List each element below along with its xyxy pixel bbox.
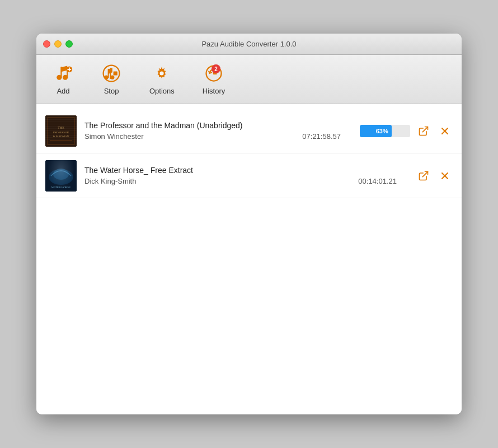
book-author-1: Simon Winchester bbox=[84, 132, 143, 141]
history-badge: 2 bbox=[212, 64, 220, 73]
book-title-2: The Water Horse_ Free Extract bbox=[84, 166, 408, 175]
progress-bar-1: 63% bbox=[360, 125, 392, 137]
svg-text:THE: THE bbox=[58, 126, 64, 129]
book-cover-2: WATER HORSE bbox=[45, 160, 77, 192]
stop-button[interactable]: Stop bbox=[96, 60, 127, 99]
window-title: Pazu Audible Converter 1.0.0 bbox=[201, 40, 296, 48]
history-button[interactable]: 2 History bbox=[197, 60, 231, 99]
svg-point-22 bbox=[49, 169, 73, 185]
book-duration-2: 00:14:01.21 bbox=[358, 177, 397, 185]
book-duration-1: 07:21:58.57 bbox=[302, 132, 341, 141]
options-label: Options bbox=[149, 87, 175, 95]
book-actions-1: 63% bbox=[360, 123, 453, 139]
open-folder-icon bbox=[418, 125, 429, 137]
book-title-1: The Professor and the Madman (Unabridged… bbox=[84, 121, 352, 130]
toolbar: Add Stop Options bbox=[36, 55, 462, 104]
app-window: Pazu Audible Converter 1.0.0 Add bbox=[36, 34, 462, 414]
svg-text:PROFESSOR: PROFESSOR bbox=[53, 131, 69, 134]
svg-rect-12 bbox=[45, 115, 77, 147]
book-info-1: The Professor and the Madman (Unabridged… bbox=[84, 121, 352, 141]
svg-point-1 bbox=[63, 75, 68, 80]
history-label: History bbox=[203, 87, 225, 95]
open-folder-icon-2 bbox=[418, 170, 429, 181]
svg-rect-21 bbox=[45, 160, 77, 192]
svg-point-6 bbox=[104, 76, 108, 80]
add-button[interactable]: Add bbox=[48, 60, 79, 99]
open-file-button-2[interactable] bbox=[416, 168, 431, 184]
remove-button-1[interactable] bbox=[437, 123, 453, 139]
book-meta-1: Simon Winchester 07:21:58.57 bbox=[84, 132, 352, 141]
svg-point-10 bbox=[160, 71, 164, 75]
svg-point-0 bbox=[57, 75, 62, 80]
table-row: WATER HORSE The Water Horse_ Free Extrac… bbox=[36, 153, 462, 198]
book-actions-2 bbox=[416, 168, 453, 184]
add-music-icon bbox=[53, 63, 73, 83]
svg-rect-13 bbox=[48, 118, 74, 144]
maximize-button[interactable] bbox=[65, 40, 73, 48]
open-file-button-1[interactable] bbox=[416, 123, 431, 139]
cover-art-1: THE PROFESSOR & MADMAN bbox=[45, 115, 77, 147]
book-meta-2: Dick King-Smith 00:14:01.21 bbox=[84, 177, 408, 185]
svg-rect-17 bbox=[50, 140, 72, 141]
traffic-lights bbox=[43, 40, 73, 48]
table-row: THE PROFESSOR & MADMAN The Professor and… bbox=[36, 109, 462, 153]
book-cover-1: THE PROFESSOR & MADMAN bbox=[45, 115, 77, 147]
progress-bar-container-1: 63% bbox=[360, 125, 410, 137]
close-x-icon bbox=[439, 125, 450, 137]
svg-line-25 bbox=[422, 171, 427, 176]
stop-music-icon bbox=[101, 63, 121, 83]
stop-label: Stop bbox=[104, 87, 119, 95]
book-info-2: The Water Horse_ Free Extract Dick King-… bbox=[84, 166, 408, 185]
close-button[interactable] bbox=[43, 40, 50, 48]
close-x-icon-2 bbox=[439, 170, 450, 181]
options-gear-icon bbox=[152, 63, 172, 83]
svg-text:WATER HORSE: WATER HORSE bbox=[51, 186, 71, 189]
options-button[interactable]: Options bbox=[144, 60, 180, 99]
remove-button-2[interactable] bbox=[437, 168, 453, 184]
minimize-button[interactable] bbox=[54, 40, 62, 48]
progress-text-1: 63% bbox=[376, 128, 388, 134]
svg-text:& MADMAN: & MADMAN bbox=[53, 135, 69, 138]
svg-line-18 bbox=[422, 127, 427, 132]
cover-art-2: WATER HORSE bbox=[45, 160, 77, 192]
book-author-2: Dick King-Smith bbox=[84, 177, 136, 185]
add-label: Add bbox=[57, 87, 69, 95]
svg-rect-8 bbox=[114, 71, 118, 75]
titlebar: Pazu Audible Converter 1.0.0 bbox=[36, 34, 462, 55]
svg-point-23 bbox=[53, 169, 69, 180]
content-area: THE PROFESSOR & MADMAN The Professor and… bbox=[36, 104, 462, 414]
svg-point-7 bbox=[110, 76, 114, 80]
